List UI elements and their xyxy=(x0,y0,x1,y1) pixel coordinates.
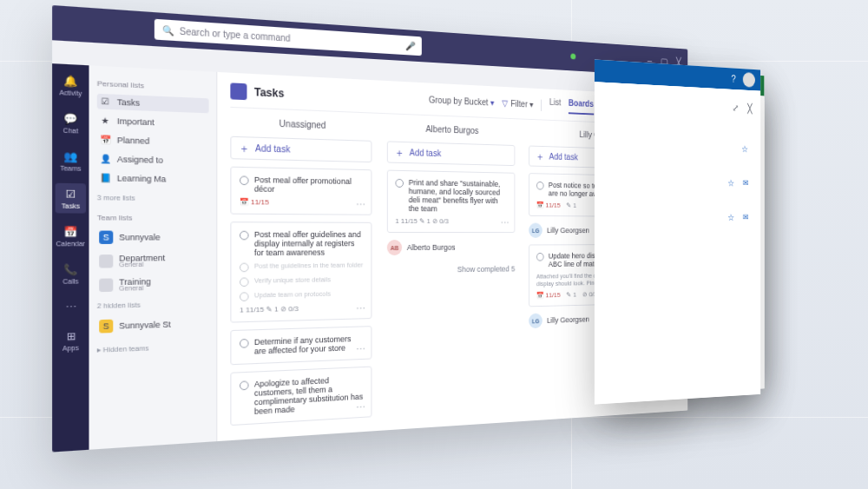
list-icon: 📅 xyxy=(99,135,111,144)
team-icon: S xyxy=(99,319,113,333)
task-card[interactable]: Post meal offer guidelines and display i… xyxy=(230,221,372,322)
search-icon: 🔍 xyxy=(162,24,174,36)
sidebar-item-planned[interactable]: 📅Planned xyxy=(97,131,209,149)
list-icon: ★ xyxy=(99,116,111,125)
board-column: Unassigned ＋Add taskPost meal offer prom… xyxy=(230,116,372,426)
card-more-icon[interactable]: ··· xyxy=(501,217,510,227)
complete-circle-icon[interactable] xyxy=(240,338,249,347)
complete-circle-icon[interactable] xyxy=(395,178,404,187)
avatar: LG xyxy=(529,222,542,237)
sidebar-item-learning ma[interactable]: 📘Learning Ma xyxy=(97,169,209,187)
rail-item-more[interactable]: ⋯ xyxy=(63,295,78,317)
apps-icon: ⊞ xyxy=(63,328,78,342)
rail-item-calls[interactable]: 📞Calls xyxy=(62,258,78,288)
section-team: Team lists xyxy=(97,213,209,221)
tasks-app-icon xyxy=(230,82,247,99)
tasks-icon: ☑ xyxy=(63,187,78,201)
resize-icon[interactable]: ⤢ xyxy=(733,102,739,114)
hidden-lists[interactable]: 2 hidden lists xyxy=(97,299,209,310)
due-date: 📅 11/15 xyxy=(536,201,561,208)
mail-icon[interactable]: ✉ xyxy=(743,212,748,221)
rail-item-activity[interactable]: 🔔Activity xyxy=(59,69,82,101)
show-completed-link[interactable]: Show completed 5 xyxy=(387,264,516,274)
more-icon: ⋯ xyxy=(63,300,78,314)
help-icon[interactable]: ? xyxy=(736,78,740,89)
sidebar-team-training[interactable]: TrainingGeneral xyxy=(97,273,209,294)
section-personal: Personal lists xyxy=(97,79,209,93)
card-more-icon[interactable]: ··· xyxy=(356,401,365,412)
task-card[interactable]: Apologize to affected customers, tell th… xyxy=(230,366,372,426)
list-icon: 📘 xyxy=(99,173,111,182)
complete-circle-icon[interactable] xyxy=(240,230,249,240)
avatar: LG xyxy=(529,313,542,328)
star-outline-icon[interactable]: ☆ xyxy=(727,177,734,188)
star-outline-icon[interactable]: ☆ xyxy=(727,212,734,222)
column-header: Alberto Burgos xyxy=(387,122,516,136)
attachment-count: ✎ 1 xyxy=(566,202,576,209)
mic-icon[interactable]: 🎤 xyxy=(405,40,415,50)
task-card[interactable]: Print and share "sustainable, humane, an… xyxy=(387,169,516,233)
team-icon xyxy=(99,254,113,268)
add-task-button[interactable]: ＋Add task xyxy=(230,135,372,162)
hidden-teams[interactable]: ▸ Hidden teams xyxy=(97,341,209,354)
calendar-icon: 📅 xyxy=(63,224,78,238)
close-icon[interactable]: ╳ xyxy=(746,129,750,139)
task-card[interactable]: Determine if any customers are affected … xyxy=(230,326,372,365)
star-icon[interactable]: ★ xyxy=(740,234,746,244)
task-card[interactable]: Post meal offer promotional décor📅 11/15… xyxy=(230,166,372,215)
task-title: Post meal offer guidelines and display i… xyxy=(254,229,364,257)
mail-icon[interactable]: ✉ xyxy=(743,178,748,187)
add-task-button[interactable]: ＋Add task xyxy=(387,141,516,166)
sidebar-item-assigned to[interactable]: 👤Assigned to xyxy=(97,150,209,168)
app-rail: 🔔Activity💬Chat👥Teams☑Tasks📅Calendar📞Call… xyxy=(52,63,89,452)
card-more-icon[interactable]: ··· xyxy=(356,302,365,312)
rail-item-teams[interactable]: 👥Teams xyxy=(60,145,81,175)
rail-item-chat[interactable]: 💬Chat xyxy=(63,107,78,137)
complete-circle-icon[interactable] xyxy=(240,380,249,390)
filter-dropdown[interactable]: ▽ Filter ▾ xyxy=(503,98,534,109)
avatar: AB xyxy=(387,240,402,255)
view-tab-boards[interactable]: Boards xyxy=(569,98,594,115)
star-outline-icon[interactable]: ☆ xyxy=(741,143,748,154)
card-more-icon[interactable]: ··· xyxy=(356,343,365,354)
team-icon: S xyxy=(99,230,113,243)
due-date: 📅 11/15 xyxy=(240,197,269,206)
more-lists-link[interactable]: 3 more lists xyxy=(97,193,209,202)
sidebar-team-department[interactable]: DepartmentGeneral xyxy=(97,250,209,271)
rail-item-apps[interactable]: ⊞Apps xyxy=(62,325,79,355)
list-icon: ☑ xyxy=(99,96,111,107)
content-placeholder xyxy=(691,184,747,189)
column-header: Unassigned xyxy=(230,116,372,131)
panel-fragment xyxy=(682,323,752,355)
complete-circle-icon[interactable] xyxy=(536,181,544,189)
chat-icon: 💬 xyxy=(63,111,78,125)
view-tab-list[interactable]: List xyxy=(549,97,561,114)
rail-item-calendar[interactable]: 📅Calendar xyxy=(56,221,86,251)
assignee-chip[interactable]: ABAlberto Burgos xyxy=(387,239,516,254)
sidebar: Personal lists ☑Tasks ★Important 📅Planne… xyxy=(89,65,218,449)
zoom-level[interactable]: 100% xyxy=(734,364,748,372)
help-icon[interactable]: ? xyxy=(731,73,735,85)
avatar[interactable] xyxy=(743,72,755,88)
task-meta: 1 11/15 ✎ 1 ⊘ 0/3 xyxy=(395,216,448,224)
complete-circle-icon[interactable] xyxy=(536,252,544,261)
sidebar-team-sunnyvale st[interactable]: S Sunnyvale St xyxy=(97,314,209,335)
list-icon: 👤 xyxy=(99,154,111,163)
sidebar-item-tasks[interactable]: ☑Tasks xyxy=(97,93,209,113)
card-more-icon[interactable]: ··· xyxy=(356,199,365,208)
task-title: Print and share "sustainable, humane, an… xyxy=(409,178,508,214)
text-fragment: ed xyxy=(734,261,741,268)
sidebar-item-important[interactable]: ★Important xyxy=(97,112,209,131)
page-title: Tasks xyxy=(254,85,284,99)
help-icon[interactable]: ? xyxy=(733,89,737,99)
sidebar-team-sunnyvale[interactable]: S Sunnyvale xyxy=(97,228,209,247)
presence-indicator xyxy=(571,53,576,59)
group-by-dropdown[interactable]: Group by Bucket ▾ xyxy=(429,95,495,107)
task-title: Post meal offer promotional décor xyxy=(254,175,364,195)
complete-circle-icon[interactable] xyxy=(240,175,249,185)
task-meta: 1 11/15 ✎ 1 ⊘ 0/3 xyxy=(240,304,299,314)
close-icon[interactable]: ╳ xyxy=(747,103,753,114)
task-title: Determine if any customers are affected … xyxy=(254,334,364,355)
content-placeholder xyxy=(708,163,748,169)
rail-item-tasks[interactable]: ☑Tasks xyxy=(56,182,86,213)
